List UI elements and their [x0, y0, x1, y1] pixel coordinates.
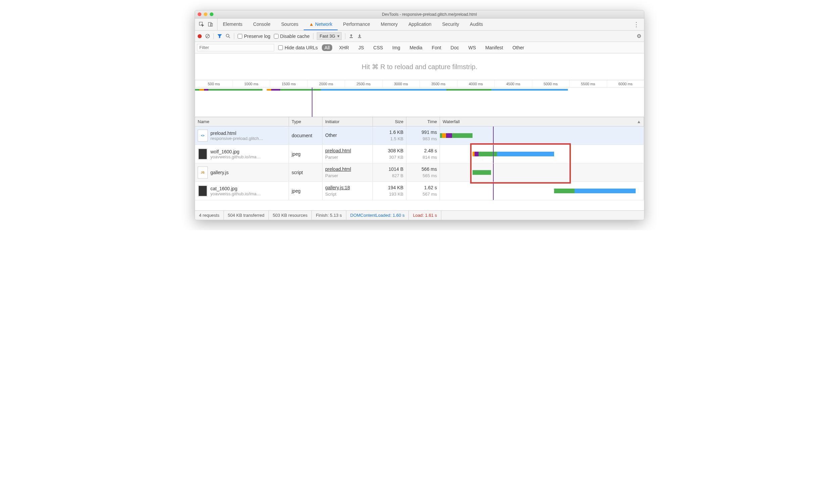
table-row[interactable]: <>preload.htmlresponsive-preload.glitch……: [195, 126, 644, 145]
timeline-tick: 3000 ms: [382, 80, 420, 87]
devtools-window: DevTools - responsive-preload.glitch.me/…: [195, 10, 644, 220]
close-window-button[interactable]: [198, 13, 201, 16]
timeline-tick: 1500 ms: [270, 80, 307, 87]
timeline-tick: 2000 ms: [307, 80, 345, 87]
inspect-element-icon[interactable]: [199, 22, 204, 27]
waterfall-cell: [440, 182, 644, 200]
status-requests: 4 requests: [195, 211, 224, 220]
filter-type-font[interactable]: Font: [429, 44, 444, 51]
device-toolbar-icon[interactable]: [208, 22, 213, 27]
waterfall-cell: [440, 126, 644, 145]
status-load: Load: 1.61 s: [409, 211, 441, 220]
minimize-window-button[interactable]: [204, 13, 208, 16]
filter-type-css[interactable]: CSS: [371, 44, 386, 51]
network-toolbar: Preserve log Disable cache Fast 3G ⚙: [195, 31, 644, 42]
file-image-icon: [198, 148, 208, 160]
column-size[interactable]: Size: [373, 117, 406, 126]
svg-line-6: [229, 37, 230, 38]
main-tabbar: Elements Console Sources ▲Network Perfor…: [195, 18, 644, 31]
filter-type-ws[interactable]: WS: [466, 44, 479, 51]
dcl-marker: [493, 145, 494, 163]
tab-elements[interactable]: Elements: [217, 18, 248, 30]
filter-type-other[interactable]: Other: [510, 44, 527, 51]
record-button[interactable]: [198, 34, 202, 38]
sort-arrow-icon: ▲: [637, 119, 641, 124]
column-initiator[interactable]: Initiator: [322, 117, 373, 126]
timeline-tick: 3500 ms: [420, 80, 457, 87]
svg-line-4: [207, 35, 209, 38]
timeline-tick: 5500 ms: [569, 80, 607, 87]
filter-bar: Hide data URLs All XHR JS CSS Img Media …: [195, 42, 644, 53]
svg-rect-2: [211, 23, 213, 26]
timeline-tick: 5000 ms: [532, 80, 570, 87]
hide-data-urls-checkbox[interactable]: Hide data URLs: [278, 45, 318, 50]
upload-har-icon[interactable]: [349, 34, 354, 39]
status-finish: Finish: 5.13 s: [312, 211, 346, 220]
resource-name: cat_1600.jpg: [210, 186, 261, 191]
preserve-log-checkbox[interactable]: Preserve log: [238, 34, 270, 39]
filter-type-xhr[interactable]: XHR: [336, 44, 352, 51]
titlebar: DevTools - responsive-preload.glitch.me/…: [195, 11, 644, 18]
warning-icon: ▲: [309, 21, 314, 27]
download-har-icon[interactable]: [357, 34, 362, 39]
settings-icon[interactable]: ⚙: [637, 33, 641, 39]
filter-type-media[interactable]: Media: [407, 44, 425, 51]
column-time[interactable]: Time: [406, 117, 440, 126]
timeline-tick: 500 ms: [195, 80, 233, 87]
table-row[interactable]: JSgallery.js script preload.htmlParser 1…: [195, 163, 644, 182]
waterfall-cell: [440, 163, 644, 182]
disable-cache-checkbox[interactable]: Disable cache: [274, 34, 310, 39]
filter-type-doc[interactable]: Doc: [448, 44, 462, 51]
dcl-marker: [312, 88, 313, 117]
table-row[interactable]: wolf_1600.jpgyoavweiss.github.io/ima… jp…: [195, 145, 644, 163]
tab-sources[interactable]: Sources: [276, 18, 304, 30]
filter-icon[interactable]: [217, 34, 222, 39]
timeline-tick: 2500 ms: [345, 80, 382, 87]
clear-icon[interactable]: [205, 34, 210, 39]
resource-name: preload.html: [210, 130, 264, 136]
file-js-icon: JS: [198, 166, 208, 179]
panel-tabs: Elements Console Sources ▲Network Perfor…: [217, 18, 488, 30]
column-waterfall[interactable]: Waterfall▲: [440, 117, 644, 126]
file-image-icon: [198, 185, 208, 197]
tab-console[interactable]: Console: [248, 18, 275, 30]
tab-audits[interactable]: Audits: [464, 18, 488, 30]
tab-performance[interactable]: Performance: [338, 18, 375, 30]
filter-input[interactable]: [197, 44, 274, 51]
dcl-marker: [493, 182, 494, 200]
window-title: DevTools - responsive-preload.glitch.me/…: [217, 12, 641, 17]
resource-name: gallery.js: [210, 170, 229, 175]
table-row[interactable]: cat_1600.jpgyoavweiss.github.io/ima… jpe…: [195, 182, 644, 200]
window-controls: [198, 13, 213, 16]
search-icon[interactable]: [226, 34, 231, 39]
request-table: <>preload.htmlresponsive-preload.glitch……: [195, 126, 644, 210]
filmstrip-hint: Hit ⌘ R to reload and capture filmstrip.: [195, 53, 644, 80]
filter-type-img[interactable]: Img: [390, 44, 403, 51]
timeline-tick: 4000 ms: [457, 80, 495, 87]
status-transferred: 504 KB transferred: [224, 211, 269, 220]
status-bar: 4 requests 504 KB transferred 503 KB res…: [195, 210, 644, 220]
tab-security[interactable]: Security: [437, 18, 465, 30]
filter-type-js[interactable]: JS: [356, 44, 367, 51]
overview-timeline[interactable]: 500 ms 1000 ms 1500 ms 2000 ms 2500 ms 3…: [195, 80, 644, 117]
dcl-marker: [493, 163, 494, 182]
svg-point-5: [226, 34, 229, 37]
tab-network[interactable]: ▲Network: [304, 18, 338, 30]
column-type[interactable]: Type: [289, 117, 322, 126]
maximize-window-button[interactable]: [210, 13, 213, 16]
dcl-marker: [493, 126, 494, 145]
filter-type-manifest[interactable]: Manifest: [483, 44, 506, 51]
table-header: Name Type Initiator Size Time Waterfall▲: [195, 117, 644, 126]
column-name[interactable]: Name: [195, 117, 289, 126]
status-domcontentloaded: DOMContentLoaded: 1.60 s: [346, 211, 409, 220]
filter-type-all[interactable]: All: [322, 44, 333, 51]
resource-name: wolf_1600.jpg: [210, 149, 261, 154]
more-menu-icon[interactable]: ⋮: [629, 21, 644, 28]
svg-rect-8: [358, 37, 361, 38]
tab-memory[interactable]: Memory: [375, 18, 403, 30]
timeline-tick: 6000 ms: [607, 80, 644, 87]
overview-bars: [195, 88, 644, 93]
throttling-select[interactable]: Fast 3G: [317, 32, 342, 40]
waterfall-cell: [440, 145, 644, 163]
tab-application[interactable]: Application: [403, 18, 437, 30]
